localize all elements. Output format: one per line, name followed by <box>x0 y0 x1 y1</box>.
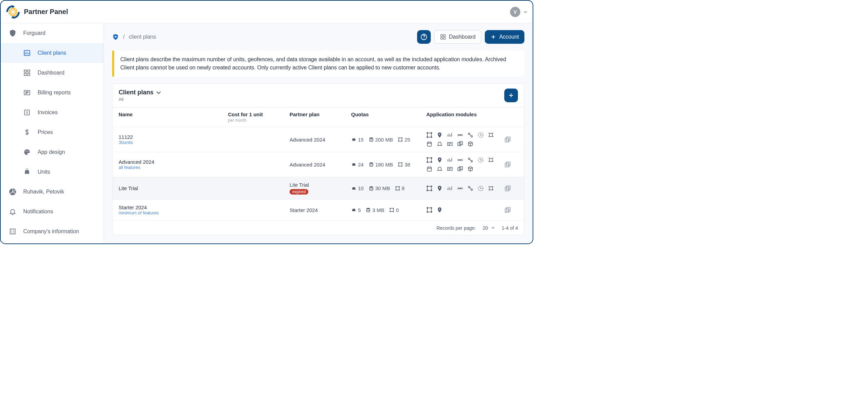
col-modules: Application modules <box>426 111 497 123</box>
avatar-caret-icon[interactable] <box>524 10 527 14</box>
svg-point-104 <box>427 212 428 213</box>
module-icon <box>426 185 432 191</box>
svg-rect-101 <box>427 208 431 212</box>
row-partner-plan: Starter 2024 <box>290 207 351 213</box>
expired-badge: expired <box>290 189 308 195</box>
svg-point-61 <box>431 162 432 163</box>
svg-rect-22 <box>443 35 445 36</box>
module-icon <box>447 141 453 147</box>
svg-rect-72 <box>506 162 510 166</box>
page-size-select[interactable]: 20 <box>483 225 495 231</box>
module-icon <box>437 185 443 191</box>
row-quotas: 15 200 MB 25 <box>351 137 426 143</box>
info-banner: Client plans describe the maximum number… <box>112 51 524 77</box>
add-account-button[interactable]: Account <box>485 30 524 44</box>
sidebar-group-ruhavik[interactable]: Ruhavik, Petovik <box>1 182 104 202</box>
sidebar-group-forguard[interactable]: Forguard <box>1 23 104 43</box>
svg-rect-47 <box>505 138 509 142</box>
module-icon <box>478 185 484 191</box>
module-icon <box>426 157 432 163</box>
copy-icon[interactable] <box>504 136 511 143</box>
svg-point-36 <box>427 137 428 138</box>
copy-icon[interactable] <box>504 206 511 214</box>
svg-point-50 <box>355 165 355 166</box>
chevron-down-icon[interactable] <box>156 90 161 95</box>
sidebar-item-company-info[interactable]: Company's information <box>1 222 104 241</box>
module-icon <box>437 141 443 147</box>
svg-point-11 <box>25 151 26 152</box>
col-cost: Cost for 1 unit <box>228 111 290 117</box>
sidebar-item-dashboard[interactable]: Dashboard <box>1 63 104 83</box>
breadcrumb-current: client plans <box>129 34 156 40</box>
module-icon <box>426 141 432 147</box>
sidebar-item-notifications[interactable]: Notifications <box>1 202 104 222</box>
svg-point-97 <box>390 208 391 209</box>
svg-point-54 <box>402 162 402 163</box>
svg-point-75 <box>370 186 373 188</box>
sidebar-item-app-design[interactable]: App design <box>1 142 104 162</box>
plans-table: Client plans All Name Cost for <box>112 83 524 235</box>
svg-rect-43 <box>427 142 431 146</box>
pager-range: 1-4 of 4 <box>502 225 518 231</box>
module-icon <box>478 157 484 163</box>
table-row[interactable]: Lite Trial Lite Trial expired 10 30 MB 8 <box>112 177 524 199</box>
help-button[interactable] <box>417 30 431 44</box>
svg-point-55 <box>399 166 399 167</box>
copy-icon[interactable] <box>504 185 511 192</box>
svg-point-87 <box>460 188 461 189</box>
add-account-label: Account <box>499 34 519 40</box>
module-icon <box>457 157 463 163</box>
sidebar-item-invoices[interactable]: $ Invoices <box>1 103 104 122</box>
invoice-icon: $ <box>23 108 31 117</box>
module-icon <box>457 185 463 191</box>
row-quotas: 5 3 MB 0 <box>351 207 426 213</box>
sidebar-item-label: Billing reports <box>38 90 71 96</box>
module-icon <box>447 132 453 138</box>
row-modules <box>426 207 497 213</box>
module-icon <box>467 185 473 191</box>
svg-rect-24 <box>443 38 445 39</box>
add-plan-button[interactable] <box>504 89 518 102</box>
table-row[interactable]: Starter 2024 minimum of features Starter… <box>112 199 524 220</box>
svg-point-20 <box>424 38 424 39</box>
svg-point-85 <box>431 190 432 191</box>
sidebar-item-billing-reports[interactable]: Billing reports <box>1 83 104 103</box>
segment-icon <box>8 187 17 196</box>
table-row[interactable]: 11122 30units Advanced 2024 15 200 MB 25 <box>112 127 524 152</box>
svg-rect-81 <box>427 186 431 190</box>
sidebar-item-units[interactable]: Units <box>1 162 104 182</box>
sidebar-item-prices[interactable]: Prices <box>1 122 104 142</box>
svg-point-78 <box>399 186 400 187</box>
svg-point-98 <box>393 208 394 209</box>
table-row[interactable]: Advanced 2024 all features Advanced 2024… <box>112 152 524 177</box>
sidebar-item-client-plans[interactable]: Client plans <box>1 43 104 63</box>
svg-rect-57 <box>427 158 431 162</box>
reports-icon <box>23 88 31 97</box>
sidebar-item-label: Prices <box>38 129 53 135</box>
svg-rect-71 <box>505 163 509 167</box>
avatar[interactable]: V <box>510 7 520 17</box>
row-desc: 30units <box>119 140 228 145</box>
app-logo <box>6 5 20 19</box>
svg-point-100 <box>393 211 394 212</box>
svg-point-99 <box>390 211 391 212</box>
row-modules <box>426 157 497 172</box>
svg-point-86 <box>439 187 440 188</box>
svg-rect-96 <box>390 208 393 211</box>
module-icon <box>437 166 443 172</box>
svg-point-38 <box>439 134 440 135</box>
page-size-value: 20 <box>483 225 488 231</box>
svg-point-29 <box>399 137 399 138</box>
svg-point-37 <box>431 137 432 138</box>
svg-rect-52 <box>399 163 402 166</box>
module-icon <box>488 157 494 163</box>
svg-point-60 <box>427 162 428 163</box>
breadcrumb-shield-icon[interactable] <box>112 34 119 40</box>
dashboard-button[interactable]: Dashboard <box>434 30 481 44</box>
svg-point-74 <box>355 189 355 190</box>
module-icon <box>467 166 473 172</box>
svg-rect-6 <box>24 74 26 76</box>
svg-point-34 <box>427 133 428 134</box>
svg-point-56 <box>402 166 402 167</box>
copy-icon[interactable] <box>504 161 511 168</box>
